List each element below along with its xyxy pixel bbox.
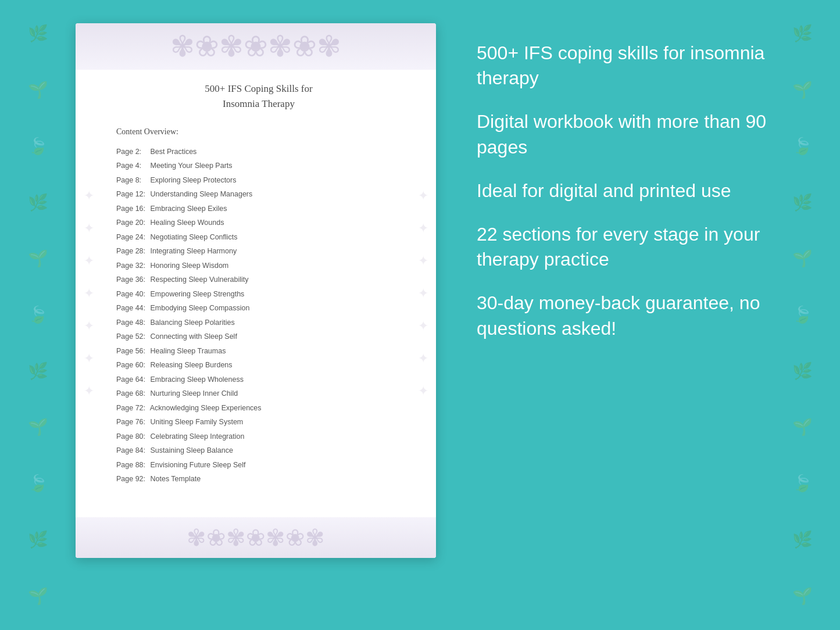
list-item: Page 8: Exploring Sleep Protectors <box>116 173 401 188</box>
list-item: Page 2: Best Practices <box>116 145 401 159</box>
main-content: ✾❀✾❀✾❀✾ ✦✦✦✦✦✦✦ ✦✦✦✦✦✦✦ 500+ IFS Coping … <box>0 0 840 630</box>
list-item: Page 12: Understanding Sleep Managers <box>116 188 401 202</box>
feature-item-3: Ideal for digital and printed use <box>477 178 793 203</box>
features-panel: 500+ IFS coping skills for insomnia ther… <box>471 23 805 359</box>
list-item: Page 28: Integrating Sleep Harmony <box>116 245 401 259</box>
list-item: Page 92: Notes Template <box>116 472 401 487</box>
list-item: Page 44: Embodying Sleep Compassion <box>116 302 401 316</box>
list-item: Page 60: Releasing Sleep Burdens <box>116 359 401 373</box>
doc-bottom-decoration: ✾❀✾❀✾❀✾ <box>76 517 436 558</box>
doc-body: 500+ IFS Coping Skills for Insomnia Ther… <box>76 70 436 533</box>
feature-item-1: 500+ IFS coping skills for insomnia ther… <box>477 41 793 91</box>
list-item: Page 24: Negotiating Sleep Conflicts <box>116 230 401 245</box>
content-overview-label: Content Overview: <box>116 127 401 137</box>
list-item: Page 72: Acknowledging Sleep Experiences <box>116 401 401 416</box>
list-item: Page 36: Respecting Sleep Vulnerability <box>116 273 401 288</box>
list-item: Page 76: Uniting Sleep Family System <box>116 416 401 430</box>
feature-item-5: 30-day money-back guarantee, no question… <box>477 291 793 341</box>
list-item: Page 80: Celebrating Sleep Integration <box>116 429 401 444</box>
mandala-bottom-icon: ✾❀✾❀✾❀✾ <box>187 524 325 552</box>
list-item: Page 4: Meeting Your Sleep Parts <box>116 159 401 174</box>
doc-side-right-decoration: ✦✦✦✦✦✦✦ <box>410 70 436 517</box>
list-item: Page 84: Sustaining Sleep Balance <box>116 444 401 459</box>
list-item: Page 48: Balancing Sleep Polarities <box>116 316 401 330</box>
list-item: Page 88: Envisioning Future Sleep Self <box>116 458 401 472</box>
feature-item-4: 22 sections for every stage in your ther… <box>477 222 793 272</box>
doc-top-decoration: ✾❀✾❀✾❀✾ <box>76 23 436 70</box>
list-item: Page 32: Honoring Sleep Wisdom <box>116 259 401 273</box>
mandala-top-icon: ✾❀✾❀✾❀✾ <box>170 30 341 63</box>
list-item: Page 40: Empowering Sleep Strengths <box>116 287 401 302</box>
feature-item-2: Digital workbook with more than 90 pages <box>477 109 793 159</box>
list-item: Page 16: Embracing Sleep Exiles <box>116 202 401 216</box>
list-item: Page 64: Embracing Sleep Wholeness <box>116 373 401 387</box>
table-of-contents: Page 2: Best Practices Page 4: Meeting Y… <box>116 145 401 486</box>
doc-side-left-decoration: ✦✦✦✦✦✦✦ <box>76 70 102 517</box>
list-item: Page 68: Nurturing Sleep Inner Child <box>116 387 401 402</box>
list-item: Page 56: Healing Sleep Traumas <box>116 344 401 359</box>
doc-title: 500+ IFS Coping Skills for Insomnia Ther… <box>116 81 401 111</box>
list-item: Page 52: Connecting with Sleep Self <box>116 330 401 345</box>
workbook-document: ✾❀✾❀✾❀✾ ✦✦✦✦✦✦✦ ✦✦✦✦✦✦✦ 500+ IFS Coping … <box>76 23 436 558</box>
list-item: Page 20: Healing Sleep Wounds <box>116 216 401 231</box>
